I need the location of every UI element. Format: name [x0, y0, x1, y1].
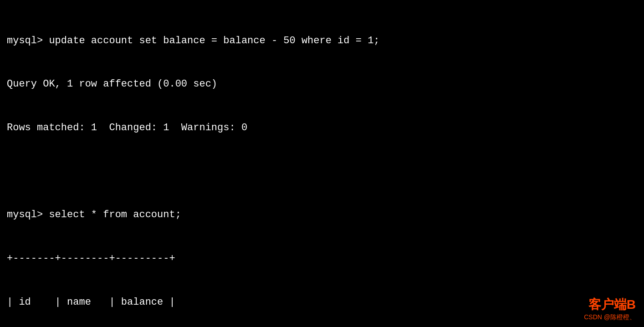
line-1: mysql> update account set balance = bala… — [7, 34, 637, 48]
empty-1 — [7, 164, 637, 179]
prompt-2: mysql> select * from account; — [7, 209, 181, 220]
line-6: +-------+--------+---------+ — [7, 251, 637, 266]
watermark-main-text: 客户端B — [584, 296, 636, 313]
table-header: | id | name | balance | — [7, 296, 175, 308]
result-2: Rows matched: 1 Changed: 1 Warnings: 0 — [7, 122, 247, 133]
table-border-top: +-------+--------+---------+ — [7, 253, 175, 264]
line-2: Query OK, 1 row affected (0.00 sec) — [7, 77, 637, 92]
watermark-sub-text: CSDN @陈橙橙、 — [584, 313, 636, 322]
result-1: Query OK, 1 row affected (0.00 sec) — [7, 78, 217, 90]
watermark: 客户端B CSDN @陈橙橙、 — [584, 296, 636, 322]
line-3: Rows matched: 1 Changed: 1 Warnings: 0 — [7, 121, 637, 135]
terminal-window: mysql> update account set balance = bala… — [0, 0, 644, 327]
line-5: mysql> select * from account; — [7, 208, 637, 222]
line-7: | id | name | balance | — [7, 295, 637, 310]
prompt-1: mysql> update account set balance = bala… — [7, 35, 380, 46]
